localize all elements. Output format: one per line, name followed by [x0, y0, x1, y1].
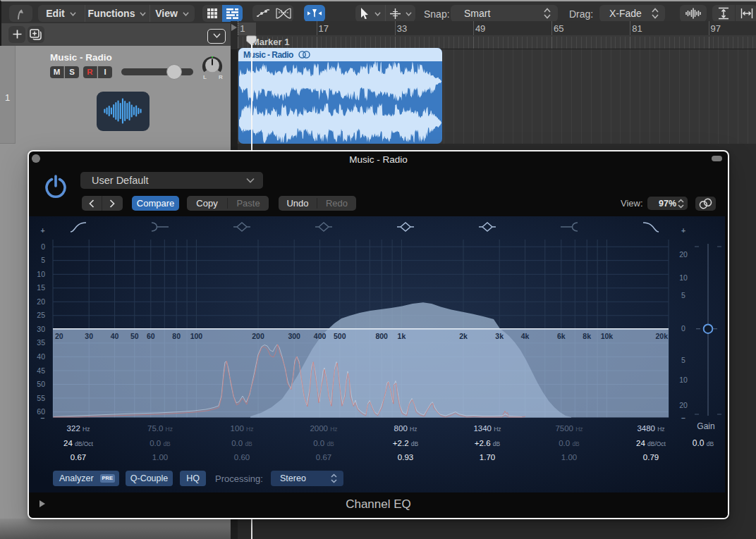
svg-text:500: 500: [334, 332, 346, 340]
svg-text:100: 100: [190, 332, 203, 340]
svg-text:+2.2 dB: +2.2 dB: [393, 439, 419, 447]
svg-text:6k: 6k: [557, 332, 566, 340]
svg-text:800 Hz: 800 Hz: [394, 424, 417, 433]
svg-text:2k: 2k: [460, 332, 468, 340]
svg-text:0.67: 0.67: [71, 453, 86, 461]
svg-text:Gain: Gain: [697, 421, 715, 431]
svg-text:3k: 3k: [496, 332, 504, 340]
svg-text:1.70: 1.70: [480, 453, 495, 461]
svg-text:0.0 dB: 0.0 dB: [314, 439, 335, 447]
svg-text:5: 5: [681, 356, 685, 364]
svg-text:10: 10: [37, 270, 46, 278]
svg-text:10: 10: [680, 376, 688, 384]
svg-text:0.79: 0.79: [643, 453, 659, 461]
svg-text:40: 40: [37, 352, 46, 361]
svg-text:15: 15: [37, 283, 46, 292]
svg-text:1.00: 1.00: [152, 453, 168, 461]
svg-text:30: 30: [85, 332, 94, 340]
svg-text:20: 20: [55, 332, 63, 340]
svg-text:0: 0: [681, 324, 685, 333]
svg-text:0.67: 0.67: [316, 453, 331, 461]
svg-text:40: 40: [111, 332, 119, 340]
svg-text:25: 25: [37, 311, 46, 319]
svg-text:50: 50: [37, 380, 46, 388]
svg-text:35: 35: [37, 338, 46, 347]
svg-text:4k: 4k: [521, 332, 530, 340]
svg-text:0.0 dB: 0.0 dB: [693, 438, 714, 448]
svg-text:10: 10: [680, 273, 688, 282]
svg-text:75.0 Hz: 75.0 Hz: [147, 424, 173, 433]
svg-text:L: L: [203, 74, 207, 80]
svg-text:60: 60: [37, 407, 46, 416]
svg-text:100 Hz: 100 Hz: [231, 424, 254, 433]
svg-text:R: R: [219, 74, 223, 80]
svg-text:0.60: 0.60: [234, 453, 250, 461]
svg-text:5: 5: [42, 256, 46, 264]
svg-text:0.93: 0.93: [398, 453, 413, 461]
svg-text:50: 50: [130, 332, 139, 340]
svg-text:45: 45: [37, 366, 46, 375]
svg-text:20k: 20k: [656, 332, 669, 340]
svg-text:20: 20: [37, 297, 46, 306]
svg-text:10k: 10k: [601, 332, 614, 340]
svg-text:80: 80: [173, 332, 181, 340]
svg-text:24 dB/Oct: 24 dB/Oct: [636, 439, 666, 447]
svg-text:200: 200: [252, 332, 265, 340]
svg-text:20: 20: [680, 250, 688, 259]
svg-text:1k: 1k: [398, 332, 406, 340]
svg-text:7500 Hz: 7500 Hz: [556, 424, 583, 433]
svg-text:3480 Hz: 3480 Hz: [638, 424, 665, 433]
svg-text:24 dB/Oct: 24 dB/Oct: [63, 439, 94, 447]
svg-text:20: 20: [680, 401, 688, 409]
svg-text:0.0 dB: 0.0 dB: [150, 439, 171, 447]
svg-text:300: 300: [288, 332, 301, 340]
svg-text:55: 55: [37, 394, 46, 402]
svg-text:30: 30: [37, 325, 46, 333]
svg-text:+: +: [41, 226, 45, 235]
svg-text:322 Hz: 322 Hz: [67, 424, 90, 433]
svg-text:5: 5: [681, 291, 685, 299]
svg-text:+2.6 dB: +2.6 dB: [475, 439, 501, 447]
svg-text:800: 800: [376, 332, 389, 340]
svg-text:8k: 8k: [583, 332, 592, 340]
svg-text:60: 60: [147, 332, 155, 340]
svg-text:2000 Hz: 2000 Hz: [310, 424, 338, 433]
svg-text:1.00: 1.00: [561, 453, 577, 461]
svg-text:0.0 dB: 0.0 dB: [559, 439, 580, 447]
svg-text:0.0 dB: 0.0 dB: [232, 439, 253, 447]
svg-text:400: 400: [314, 332, 327, 340]
svg-text:–: –: [681, 414, 685, 422]
svg-text:1340 Hz: 1340 Hz: [474, 424, 501, 433]
svg-text:+: +: [681, 226, 685, 235]
svg-text:0: 0: [42, 242, 46, 251]
